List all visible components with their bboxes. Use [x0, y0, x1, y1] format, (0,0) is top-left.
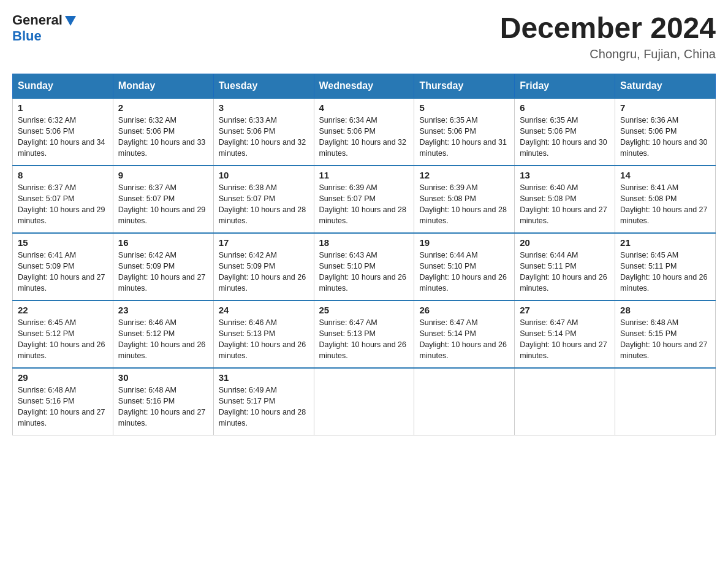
svg-marker-0: [65, 16, 76, 26]
day-info: Sunrise: 6:37 AMSunset: 5:07 PMDaylight:…: [18, 183, 105, 225]
day-info: Sunrise: 6:32 AMSunset: 5:06 PMDaylight:…: [118, 116, 205, 158]
calendar-cell: 29 Sunrise: 6:48 AMSunset: 5:16 PMDaylig…: [13, 368, 113, 435]
day-number: 27: [520, 305, 610, 315]
calendar-cell: 4 Sunrise: 6:34 AMSunset: 5:06 PMDayligh…: [314, 98, 414, 166]
calendar-cell: [314, 368, 414, 435]
day-info: Sunrise: 6:42 AMSunset: 5:09 PMDaylight:…: [219, 251, 306, 293]
day-info: Sunrise: 6:39 AMSunset: 5:07 PMDaylight:…: [319, 183, 406, 225]
calendar-week-row: 29 Sunrise: 6:48 AMSunset: 5:16 PMDaylig…: [13, 368, 716, 435]
day-info: Sunrise: 6:47 AMSunset: 5:14 PMDaylight:…: [419, 318, 506, 360]
day-number: 21: [620, 237, 710, 248]
day-number: 11: [319, 170, 409, 180]
logo-blue-text: Blue: [12, 28, 42, 44]
day-info: Sunrise: 6:38 AMSunset: 5:07 PMDaylight:…: [219, 183, 306, 225]
calendar-cell: 10 Sunrise: 6:38 AMSunset: 5:07 PMDaylig…: [213, 166, 314, 233]
calendar-cell: 22 Sunrise: 6:45 AMSunset: 5:12 PMDaylig…: [13, 301, 113, 368]
col-header-sunday: Sunday: [13, 74, 113, 98]
day-number: 13: [520, 170, 610, 180]
day-number: 15: [18, 237, 108, 248]
calendar-cell: 12 Sunrise: 6:39 AMSunset: 5:08 PMDaylig…: [414, 166, 515, 233]
day-info: Sunrise: 6:36 AMSunset: 5:06 PMDaylight:…: [620, 116, 707, 158]
day-number: 7: [620, 102, 710, 113]
calendar-cell: 21 Sunrise: 6:45 AMSunset: 5:11 PMDaylig…: [615, 233, 716, 301]
day-number: 24: [219, 305, 309, 315]
calendar-cell: 24 Sunrise: 6:46 AMSunset: 5:13 PMDaylig…: [213, 301, 314, 368]
logo-general-text: General: [12, 12, 63, 28]
day-info: Sunrise: 6:35 AMSunset: 5:06 PMDaylight:…: [520, 116, 607, 158]
day-info: Sunrise: 6:40 AMSunset: 5:08 PMDaylight:…: [520, 183, 607, 225]
calendar-cell: 16 Sunrise: 6:42 AMSunset: 5:09 PMDaylig…: [113, 233, 213, 301]
day-number: 1: [18, 102, 108, 113]
location-subtitle: Chongru, Fujian, China: [500, 47, 716, 61]
calendar-cell: 19 Sunrise: 6:44 AMSunset: 5:10 PMDaylig…: [414, 233, 515, 301]
day-number: 14: [620, 170, 710, 180]
logo-triangle-icon: [64, 15, 77, 27]
day-number: 26: [419, 305, 509, 315]
day-info: Sunrise: 6:46 AMSunset: 5:13 PMDaylight:…: [219, 318, 306, 360]
col-header-thursday: Thursday: [414, 74, 515, 98]
calendar-cell: 26 Sunrise: 6:47 AMSunset: 5:14 PMDaylig…: [414, 301, 515, 368]
day-info: Sunrise: 6:49 AMSunset: 5:17 PMDaylight:…: [219, 386, 306, 427]
day-number: 10: [219, 170, 309, 180]
calendar-cell: [414, 368, 515, 435]
calendar-cell: 1 Sunrise: 6:32 AMSunset: 5:06 PMDayligh…: [13, 98, 113, 166]
day-info: Sunrise: 6:39 AMSunset: 5:08 PMDaylight:…: [419, 183, 506, 225]
day-number: 18: [319, 237, 409, 248]
calendar-week-row: 1 Sunrise: 6:32 AMSunset: 5:06 PMDayligh…: [13, 98, 716, 166]
day-number: 23: [118, 305, 208, 315]
day-info: Sunrise: 6:37 AMSunset: 5:07 PMDaylight:…: [118, 183, 205, 225]
col-header-tuesday: Tuesday: [213, 74, 314, 98]
day-number: 19: [419, 237, 509, 248]
day-number: 29: [18, 372, 108, 383]
calendar-cell: 2 Sunrise: 6:32 AMSunset: 5:06 PMDayligh…: [113, 98, 213, 166]
day-info: Sunrise: 6:41 AMSunset: 5:09 PMDaylight:…: [18, 251, 105, 293]
day-info: Sunrise: 6:46 AMSunset: 5:12 PMDaylight:…: [118, 318, 205, 360]
calendar-cell: 6 Sunrise: 6:35 AMSunset: 5:06 PMDayligh…: [515, 98, 615, 166]
day-number: 25: [319, 305, 409, 315]
day-number: 22: [18, 305, 108, 315]
day-number: 4: [319, 102, 409, 113]
calendar-cell: [515, 368, 615, 435]
month-title: December 2024: [500, 12, 716, 45]
calendar-cell: 7 Sunrise: 6:36 AMSunset: 5:06 PMDayligh…: [615, 98, 716, 166]
day-info: Sunrise: 6:34 AMSunset: 5:06 PMDaylight:…: [319, 116, 406, 158]
day-info: Sunrise: 6:47 AMSunset: 5:14 PMDaylight:…: [520, 318, 607, 360]
calendar-cell: [615, 368, 716, 435]
day-info: Sunrise: 6:45 AMSunset: 5:11 PMDaylight:…: [620, 251, 707, 293]
day-info: Sunrise: 6:48 AMSunset: 5:15 PMDaylight:…: [620, 318, 707, 360]
calendar-week-row: 8 Sunrise: 6:37 AMSunset: 5:07 PMDayligh…: [13, 166, 716, 233]
day-info: Sunrise: 6:33 AMSunset: 5:06 PMDaylight:…: [219, 116, 306, 158]
day-number: 16: [118, 237, 208, 248]
page-header: General Blue December 2024 Chongru, Fuji…: [12, 12, 716, 61]
day-number: 6: [520, 102, 610, 113]
col-header-friday: Friday: [515, 74, 615, 98]
calendar-cell: 18 Sunrise: 6:43 AMSunset: 5:10 PMDaylig…: [314, 233, 414, 301]
col-header-monday: Monday: [113, 74, 213, 98]
day-info: Sunrise: 6:45 AMSunset: 5:12 PMDaylight:…: [18, 318, 105, 360]
day-number: 2: [118, 102, 208, 113]
calendar-cell: 9 Sunrise: 6:37 AMSunset: 5:07 PMDayligh…: [113, 166, 213, 233]
day-info: Sunrise: 6:41 AMSunset: 5:08 PMDaylight:…: [620, 183, 707, 225]
day-number: 9: [118, 170, 208, 180]
day-info: Sunrise: 6:47 AMSunset: 5:13 PMDaylight:…: [319, 318, 406, 360]
day-info: Sunrise: 6:48 AMSunset: 5:16 PMDaylight:…: [118, 386, 205, 427]
calendar-cell: 23 Sunrise: 6:46 AMSunset: 5:12 PMDaylig…: [113, 301, 213, 368]
day-info: Sunrise: 6:44 AMSunset: 5:11 PMDaylight:…: [520, 251, 607, 293]
day-number: 5: [419, 102, 509, 113]
day-info: Sunrise: 6:43 AMSunset: 5:10 PMDaylight:…: [319, 251, 406, 293]
day-info: Sunrise: 6:42 AMSunset: 5:09 PMDaylight:…: [118, 251, 205, 293]
calendar-cell: 8 Sunrise: 6:37 AMSunset: 5:07 PMDayligh…: [13, 166, 113, 233]
calendar-header-row: SundayMondayTuesdayWednesdayThursdayFrid…: [13, 74, 716, 98]
day-info: Sunrise: 6:32 AMSunset: 5:06 PMDaylight:…: [18, 116, 105, 158]
calendar-cell: 30 Sunrise: 6:48 AMSunset: 5:16 PMDaylig…: [113, 368, 213, 435]
calendar-cell: 3 Sunrise: 6:33 AMSunset: 5:06 PMDayligh…: [213, 98, 314, 166]
col-header-saturday: Saturday: [615, 74, 716, 98]
day-number: 28: [620, 305, 710, 315]
day-info: Sunrise: 6:48 AMSunset: 5:16 PMDaylight:…: [18, 386, 105, 427]
day-number: 12: [419, 170, 509, 180]
header-title-section: December 2024 Chongru, Fujian, China: [500, 12, 716, 61]
calendar-cell: 14 Sunrise: 6:41 AMSunset: 5:08 PMDaylig…: [615, 166, 716, 233]
day-number: 31: [219, 372, 309, 383]
day-info: Sunrise: 6:44 AMSunset: 5:10 PMDaylight:…: [419, 251, 506, 293]
calendar-cell: 5 Sunrise: 6:35 AMSunset: 5:06 PMDayligh…: [414, 98, 515, 166]
